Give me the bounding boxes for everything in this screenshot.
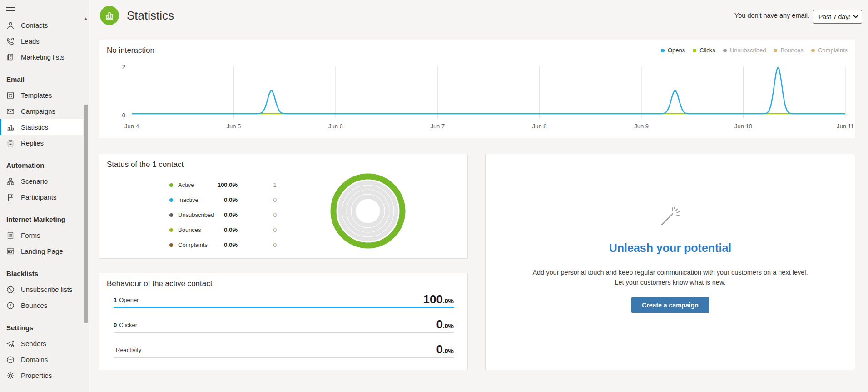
behaviour-row-reactivity: Reactivity 0 .0% [114,343,454,358]
behaviour-value: 0 [436,343,442,355]
sidebar-item-templates[interactable]: Templates [0,87,83,103]
sidebar-item-label: Forms [21,231,40,239]
window-icon [6,247,15,256]
news-icon [6,91,15,100]
status-row-active: Active 100.0% 1 [168,177,277,192]
svg-text:Jun 11: Jun 11 [837,123,854,130]
sidebar-item-label: Templates [21,91,52,99]
email-notice: You don't have any email. [734,12,809,19]
sidebar-item-participants[interactable]: Participants [0,189,83,205]
hamburger-menu-icon[interactable] [6,5,16,13]
promo-body-line1: Add your personal touch and keep regular… [532,267,808,277]
status-count: 0 [238,241,277,248]
behaviour-value: 100 [423,293,442,305]
sidebar-item-label: Marketing lists [21,53,64,61]
sidebar-item-marketing-lists[interactable]: Marketing lists [0,49,83,65]
sidebar-item-label: Statistics [21,123,48,131]
status-label: Active [178,181,216,188]
behaviour-row-clicker: 0 Clicker 0 .0% [114,318,454,333]
sidebar-item-label: Landing Page [21,247,63,255]
sidebar-item-landing-page[interactable]: Landing Page [0,243,83,259]
behaviour-bar-track [114,357,454,358]
behaviour-value-suffix: .0% [443,297,454,305]
sidebar-item-domains[interactable]: Domains [0,352,83,367]
status-dot [169,228,173,232]
form-icon [6,231,15,240]
sidebar-item-label: Bounces [21,302,47,309]
svg-text:0: 0 [122,112,125,119]
page-title: Statistics [127,9,174,23]
mail-icon [6,107,15,116]
status-count: 0 [238,211,277,218]
sidebar-item-contacts[interactable]: Contacts [0,17,83,33]
person-icon [6,21,15,30]
flag-icon [6,193,15,202]
sidebar-item-forms[interactable]: Forms [0,227,83,243]
sidebar-item-statistics[interactable]: Statistics [0,119,83,135]
promo-body-line2: Let your customers know what is new. [532,277,808,287]
scroll-up-icon[interactable]: ▲ [84,17,88,20]
svg-text:2: 2 [122,64,125,70]
sidebar-item-unsubscribe-lists[interactable]: Unsubscribe lists [0,281,83,297]
sidebar-section-internet-marketing: Internet Marketing [0,211,83,227]
sidebar-item-properties[interactable]: Properties [0,367,83,383]
sidebar-item-label: Campaigns [21,107,55,115]
status-label: Bounces [178,226,216,233]
behaviour-panel-title: Behaviour of the active contact [107,279,212,288]
interaction-chart-panel: No interaction Opens Clicks Unsubscribed… [99,40,855,138]
status-dot [169,213,173,217]
contact-status-panel: Status of the 1 contact Active 100.0% 1 … [99,154,468,259]
chart-y-labels: 20 [122,64,125,119]
status-percent: 0.0% [216,226,238,233]
status-row-complaints: Complaints 0.0% 0 [168,237,277,252]
sidebar-item-label: Scenario [21,177,48,185]
date-range-select[interactable]: Past 7 days [813,10,862,24]
sidebar-section-automation: Automation [0,157,83,173]
sidebar-item-campaigns[interactable]: Campaigns [0,103,83,119]
sidebar-item-label: Replies [21,139,44,147]
behaviour-count: 0 [114,322,117,330]
doc-stack-icon [6,53,15,62]
status-percent: 0.0% [216,196,238,203]
send-icon [6,339,15,348]
status-label: Inactive [178,196,216,203]
sidebar-item-replies[interactable]: Replies [0,135,83,151]
svg-text:Jun 8: Jun 8 [532,123,547,130]
behaviour-label: Reactivity [116,347,141,355]
sidebar-item-label: Contacts [21,21,48,29]
status-percent: 0.0% [216,241,238,248]
sidebar-nav: Contacts Leads Marketing lists Email Tem… [0,17,83,383]
block-icon [6,285,15,294]
status-legend: Active 100.0% 1 Inactive 0.0% 0 Unsubscr… [168,177,277,252]
ellipsis-icon [6,355,15,364]
status-row-unsubscribed: Unsubscribed 0.0% 0 [168,207,277,222]
status-percent: 100.0% [216,181,238,188]
svg-text:Jun 4: Jun 4 [124,123,139,130]
create-campaign-button[interactable]: Create a campaign [631,297,709,313]
behaviour-rows: 1 Opener 100 .0% 0 Clicker 0 .0% [114,293,454,368]
statistics-page-icon [100,6,119,25]
sidebar-scrollbar[interactable]: ▲ [83,13,89,392]
sidebar-item-label: Participants [21,193,56,201]
svg-text:Jun 5: Jun 5 [226,123,241,130]
sidebar-item-scenario[interactable]: Scenario [0,173,83,189]
behaviour-value-suffix: .0% [443,347,454,355]
behaviour-bar-track [114,307,454,308]
sitemap-icon [6,177,15,186]
sidebar-item-bounces[interactable]: Bounces [0,297,83,313]
sidebar-section-blacklists: Blacklists [0,266,83,281]
sidebar-item-leads[interactable]: Leads [0,33,83,49]
scrollbar-thumb[interactable] [84,105,88,323]
behaviour-bar-fill [114,307,454,308]
interaction-line-chart: 20Jun 4Jun 5Jun 6Jun 7Jun 8Jun 9Jun 10Ju… [99,40,855,138]
alert-icon [6,301,15,310]
sidebar-item-senders[interactable]: Senders [0,336,83,352]
date-range-dropdown[interactable]: Past 7 days [813,10,862,24]
sidebar-item-label: Properties [21,372,52,379]
behaviour-value: 0 [436,318,442,330]
sidebar-section-settings: Settings [0,320,83,336]
status-dot [169,243,173,247]
status-donut-chart [330,173,406,249]
status-panel-title: Status of the 1 contact [107,160,184,169]
behaviour-value-suffix: .0% [443,322,454,330]
